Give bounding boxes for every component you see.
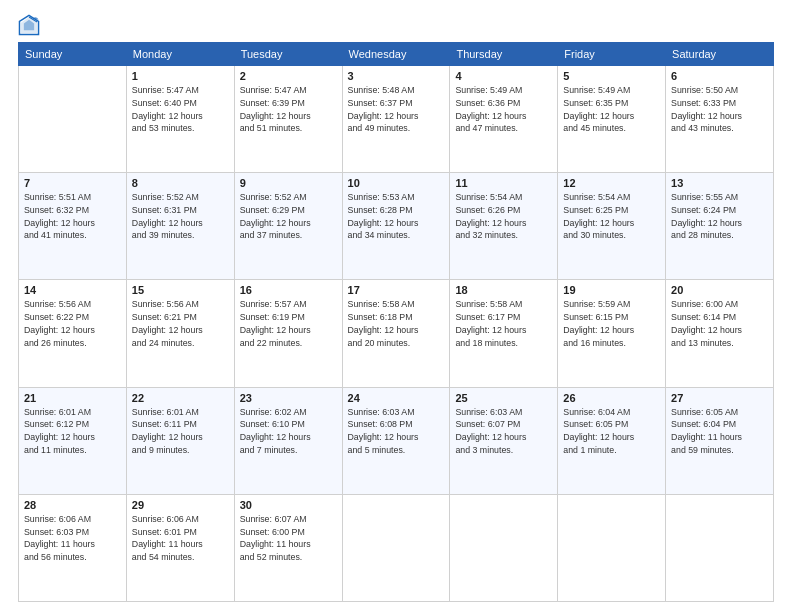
calendar-cell: 6Sunrise: 5:50 AM Sunset: 6:33 PM Daylig… xyxy=(666,66,774,173)
day-info: Sunrise: 6:01 AM Sunset: 6:12 PM Dayligh… xyxy=(24,406,121,457)
calendar-cell: 10Sunrise: 5:53 AM Sunset: 6:28 PM Dayli… xyxy=(342,173,450,280)
calendar-cell: 4Sunrise: 5:49 AM Sunset: 6:36 PM Daylig… xyxy=(450,66,558,173)
day-info: Sunrise: 5:53 AM Sunset: 6:28 PM Dayligh… xyxy=(348,191,445,242)
day-info: Sunrise: 6:00 AM Sunset: 6:14 PM Dayligh… xyxy=(671,298,768,349)
day-info: Sunrise: 5:58 AM Sunset: 6:17 PM Dayligh… xyxy=(455,298,552,349)
calendar-week-4: 21Sunrise: 6:01 AM Sunset: 6:12 PM Dayli… xyxy=(19,387,774,494)
day-number: 25 xyxy=(455,392,552,404)
day-number: 6 xyxy=(671,70,768,82)
day-info: Sunrise: 5:48 AM Sunset: 6:37 PM Dayligh… xyxy=(348,84,445,135)
day-info: Sunrise: 5:47 AM Sunset: 6:39 PM Dayligh… xyxy=(240,84,337,135)
calendar-cell: 25Sunrise: 6:03 AM Sunset: 6:07 PM Dayli… xyxy=(450,387,558,494)
day-info: Sunrise: 6:03 AM Sunset: 6:07 PM Dayligh… xyxy=(455,406,552,457)
day-number: 14 xyxy=(24,284,121,296)
day-info: Sunrise: 6:02 AM Sunset: 6:10 PM Dayligh… xyxy=(240,406,337,457)
day-number: 28 xyxy=(24,499,121,511)
day-number: 7 xyxy=(24,177,121,189)
day-info: Sunrise: 5:54 AM Sunset: 6:26 PM Dayligh… xyxy=(455,191,552,242)
calendar-cell xyxy=(666,494,774,601)
day-number: 8 xyxy=(132,177,229,189)
calendar-week-5: 28Sunrise: 6:06 AM Sunset: 6:03 PM Dayli… xyxy=(19,494,774,601)
calendar-header-row: SundayMondayTuesdayWednesdayThursdayFrid… xyxy=(19,43,774,66)
calendar-header-thursday: Thursday xyxy=(450,43,558,66)
calendar-cell: 18Sunrise: 5:58 AM Sunset: 6:17 PM Dayli… xyxy=(450,280,558,387)
day-number: 15 xyxy=(132,284,229,296)
day-info: Sunrise: 5:57 AM Sunset: 6:19 PM Dayligh… xyxy=(240,298,337,349)
day-number: 1 xyxy=(132,70,229,82)
calendar-cell: 12Sunrise: 5:54 AM Sunset: 6:25 PM Dayli… xyxy=(558,173,666,280)
day-number: 11 xyxy=(455,177,552,189)
calendar-header-friday: Friday xyxy=(558,43,666,66)
day-number: 27 xyxy=(671,392,768,404)
calendar-week-1: 1Sunrise: 5:47 AM Sunset: 6:40 PM Daylig… xyxy=(19,66,774,173)
day-number: 19 xyxy=(563,284,660,296)
calendar-cell: 26Sunrise: 6:04 AM Sunset: 6:05 PM Dayli… xyxy=(558,387,666,494)
calendar-cell: 20Sunrise: 6:00 AM Sunset: 6:14 PM Dayli… xyxy=(666,280,774,387)
calendar-cell xyxy=(19,66,127,173)
calendar-cell: 17Sunrise: 5:58 AM Sunset: 6:18 PM Dayli… xyxy=(342,280,450,387)
day-info: Sunrise: 5:49 AM Sunset: 6:36 PM Dayligh… xyxy=(455,84,552,135)
day-info: Sunrise: 6:07 AM Sunset: 6:00 PM Dayligh… xyxy=(240,513,337,564)
logo xyxy=(18,14,46,36)
calendar-cell: 28Sunrise: 6:06 AM Sunset: 6:03 PM Dayli… xyxy=(19,494,127,601)
calendar-cell: 13Sunrise: 5:55 AM Sunset: 6:24 PM Dayli… xyxy=(666,173,774,280)
day-info: Sunrise: 6:05 AM Sunset: 6:04 PM Dayligh… xyxy=(671,406,768,457)
calendar-cell: 8Sunrise: 5:52 AM Sunset: 6:31 PM Daylig… xyxy=(126,173,234,280)
calendar-cell: 22Sunrise: 6:01 AM Sunset: 6:11 PM Dayli… xyxy=(126,387,234,494)
calendar-cell: 2Sunrise: 5:47 AM Sunset: 6:39 PM Daylig… xyxy=(234,66,342,173)
calendar-cell: 19Sunrise: 5:59 AM Sunset: 6:15 PM Dayli… xyxy=(558,280,666,387)
logo-icon xyxy=(18,14,40,36)
calendar-cell: 29Sunrise: 6:06 AM Sunset: 6:01 PM Dayli… xyxy=(126,494,234,601)
day-info: Sunrise: 5:56 AM Sunset: 6:21 PM Dayligh… xyxy=(132,298,229,349)
calendar-cell: 23Sunrise: 6:02 AM Sunset: 6:10 PM Dayli… xyxy=(234,387,342,494)
day-number: 12 xyxy=(563,177,660,189)
day-number: 16 xyxy=(240,284,337,296)
day-number: 20 xyxy=(671,284,768,296)
day-number: 24 xyxy=(348,392,445,404)
day-number: 3 xyxy=(348,70,445,82)
day-info: Sunrise: 5:49 AM Sunset: 6:35 PM Dayligh… xyxy=(563,84,660,135)
day-number: 10 xyxy=(348,177,445,189)
calendar-cell: 3Sunrise: 5:48 AM Sunset: 6:37 PM Daylig… xyxy=(342,66,450,173)
calendar-week-3: 14Sunrise: 5:56 AM Sunset: 6:22 PM Dayli… xyxy=(19,280,774,387)
calendar-week-2: 7Sunrise: 5:51 AM Sunset: 6:32 PM Daylig… xyxy=(19,173,774,280)
calendar-header-tuesday: Tuesday xyxy=(234,43,342,66)
calendar-cell xyxy=(558,494,666,601)
calendar-cell: 27Sunrise: 6:05 AM Sunset: 6:04 PM Dayli… xyxy=(666,387,774,494)
day-number: 21 xyxy=(24,392,121,404)
day-info: Sunrise: 5:51 AM Sunset: 6:32 PM Dayligh… xyxy=(24,191,121,242)
day-number: 13 xyxy=(671,177,768,189)
calendar-cell: 1Sunrise: 5:47 AM Sunset: 6:40 PM Daylig… xyxy=(126,66,234,173)
day-info: Sunrise: 6:06 AM Sunset: 6:03 PM Dayligh… xyxy=(24,513,121,564)
calendar-header-saturday: Saturday xyxy=(666,43,774,66)
day-number: 26 xyxy=(563,392,660,404)
day-number: 18 xyxy=(455,284,552,296)
calendar-cell: 15Sunrise: 5:56 AM Sunset: 6:21 PM Dayli… xyxy=(126,280,234,387)
day-number: 23 xyxy=(240,392,337,404)
day-info: Sunrise: 6:06 AM Sunset: 6:01 PM Dayligh… xyxy=(132,513,229,564)
day-number: 5 xyxy=(563,70,660,82)
calendar-cell: 11Sunrise: 5:54 AM Sunset: 6:26 PM Dayli… xyxy=(450,173,558,280)
day-number: 2 xyxy=(240,70,337,82)
calendar-cell xyxy=(450,494,558,601)
day-info: Sunrise: 5:56 AM Sunset: 6:22 PM Dayligh… xyxy=(24,298,121,349)
calendar-cell: 16Sunrise: 5:57 AM Sunset: 6:19 PM Dayli… xyxy=(234,280,342,387)
header xyxy=(18,14,774,36)
day-number: 30 xyxy=(240,499,337,511)
day-info: Sunrise: 6:03 AM Sunset: 6:08 PM Dayligh… xyxy=(348,406,445,457)
calendar-header-wednesday: Wednesday xyxy=(342,43,450,66)
calendar-cell: 7Sunrise: 5:51 AM Sunset: 6:32 PM Daylig… xyxy=(19,173,127,280)
calendar-cell: 24Sunrise: 6:03 AM Sunset: 6:08 PM Dayli… xyxy=(342,387,450,494)
day-number: 9 xyxy=(240,177,337,189)
day-info: Sunrise: 5:55 AM Sunset: 6:24 PM Dayligh… xyxy=(671,191,768,242)
day-info: Sunrise: 5:59 AM Sunset: 6:15 PM Dayligh… xyxy=(563,298,660,349)
day-info: Sunrise: 5:47 AM Sunset: 6:40 PM Dayligh… xyxy=(132,84,229,135)
day-info: Sunrise: 5:54 AM Sunset: 6:25 PM Dayligh… xyxy=(563,191,660,242)
day-number: 22 xyxy=(132,392,229,404)
calendar-cell: 21Sunrise: 6:01 AM Sunset: 6:12 PM Dayli… xyxy=(19,387,127,494)
day-info: Sunrise: 5:58 AM Sunset: 6:18 PM Dayligh… xyxy=(348,298,445,349)
day-info: Sunrise: 6:04 AM Sunset: 6:05 PM Dayligh… xyxy=(563,406,660,457)
calendar-header-monday: Monday xyxy=(126,43,234,66)
calendar-header-sunday: Sunday xyxy=(19,43,127,66)
day-number: 29 xyxy=(132,499,229,511)
